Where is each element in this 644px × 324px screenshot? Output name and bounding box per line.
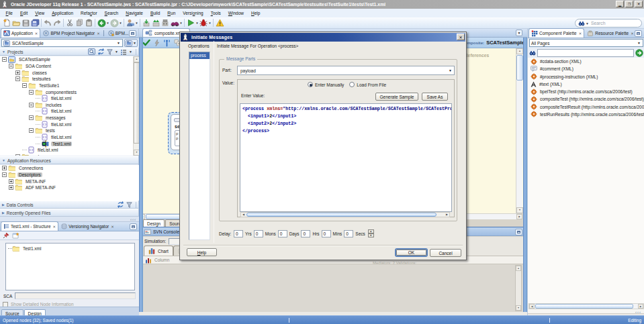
search-dropdown-icon[interactable]: ▼: [586, 21, 589, 25]
tree-expander-minus[interactable]: [9, 64, 13, 68]
deploy-icon[interactable]: [163, 39, 171, 47]
palette-item[interactable]: bpelTest (http://xmlns.oracle.com/sca/20…: [528, 88, 644, 95]
debug-composite-icon[interactable]: [154, 39, 160, 47]
profile-icon[interactable]: [170, 18, 179, 28]
debug-dropdown-icon[interactable]: ▼: [208, 18, 212, 28]
application-resources-collapse-icon[interactable]: ▼: [2, 158, 5, 162]
tree-item[interactable]: Connections: [0, 165, 139, 172]
tree-item[interactable]: fileList.xml: [0, 95, 139, 102]
scroll-down-icon[interactable]: ▼: [516, 305, 521, 311]
run-icon[interactable]: [186, 18, 195, 28]
warning-icon[interactable]: [215, 18, 224, 28]
recently-opened-expand-icon[interactable]: ▶: [2, 211, 5, 215]
value-code-editor[interactable]: <process xmlns="http://xmlns.oracle.com/…: [240, 103, 452, 212]
navigator-menu-button[interactable]: [129, 30, 136, 37]
dialog-titlebar[interactable]: Initiate Messages: [181, 33, 465, 42]
back-icon[interactable]: [97, 18, 106, 28]
delay-input[interactable]: 0: [344, 230, 353, 237]
data-controls-filter-icon[interactable]: [126, 202, 132, 208]
search-box[interactable]: ▼ Search: [575, 19, 642, 28]
tree-expander-minus[interactable]: [29, 128, 34, 133]
application-resources-header[interactable]: ▼ Application Resources: [0, 156, 138, 164]
delay-input[interactable]: 0: [254, 230, 263, 237]
tree-item[interactable]: fileList.xml: [0, 121, 139, 127]
tree-item[interactable]: SOA Content: [0, 63, 139, 70]
data-controls-expand-icon[interactable]: ▶: [2, 203, 5, 207]
save-icon[interactable]: [21, 18, 30, 28]
delay-spinner[interactable]: ▲▼: [368, 229, 374, 237]
palette-item[interactable]: #cdata-section (XML): [528, 58, 644, 65]
scroll-up-icon[interactable]: ▲: [516, 48, 523, 54]
scroll-down-icon[interactable]: ▼: [516, 207, 523, 213]
tree-expander-minus[interactable]: [15, 154, 20, 156]
tree-item[interactable]: fileList.xml: [0, 108, 139, 115]
tab-close-icon[interactable]: ✕: [111, 225, 114, 229]
radio-icon[interactable]: [349, 82, 355, 87]
profile-dropdown-icon[interactable]: ▼: [179, 18, 183, 28]
navigator-tab[interactable]: BPM Project Navigator✕: [41, 29, 101, 38]
canvas-vscrollbar[interactable]: ▲ ▼: [516, 48, 522, 213]
load-from-file-radio[interactable]: Load From File: [349, 82, 386, 87]
generate-sample-button[interactable]: Generate Sample: [375, 93, 418, 101]
menu-item[interactable]: File: [2, 9, 17, 17]
data-controls-header[interactable]: ▶ Data Controls: [0, 201, 138, 209]
projects-find-icon[interactable]: [88, 48, 95, 55]
restore-button[interactable]: ❐: [625, 1, 633, 7]
application-split-button[interactable]: ▼: [124, 39, 138, 47]
tree-item[interactable]: tests: [0, 127, 139, 134]
rebuild-icon[interactable]: [151, 18, 160, 28]
recently-opened-files-header[interactable]: ▶ Recently Opened Files: [0, 209, 138, 217]
close-button[interactable]: ✕: [635, 1, 643, 7]
minimize-button[interactable]: ▁: [616, 1, 624, 7]
structure-root-item[interactable]: Test1.xml: [6, 246, 134, 252]
menu-item[interactable]: Run: [164, 9, 179, 17]
tree-item[interactable]: componenttests: [0, 89, 139, 95]
chart-tab[interactable]: Chart: [144, 246, 173, 256]
tree-item[interactable]: xsd: [0, 154, 139, 156]
projects-settings-icon[interactable]: [120, 49, 127, 55]
application-selector[interactable]: SCATestSample ▼: [1, 39, 123, 47]
tree-item[interactable]: SCATestSample: [0, 56, 139, 63]
palette-item[interactable]: #text (XML): [528, 80, 644, 88]
tree-item[interactable]: testsuites: [0, 76, 139, 83]
projects-collapse-icon[interactable]: ▼: [2, 50, 5, 54]
editor-view-tab[interactable]: Design: [143, 219, 165, 227]
radio-icon[interactable]: [308, 82, 313, 87]
palette-search-go-icon[interactable]: [635, 49, 643, 57]
navigator-tab[interactable]: Application✕: [1, 28, 40, 38]
menu-item[interactable]: Window: [224, 9, 247, 17]
tree-expander-minus[interactable]: [2, 57, 7, 62]
tree-item[interactable]: META-INF: [0, 178, 139, 184]
tree-expander-plus[interactable]: [9, 185, 13, 190]
tree-item[interactable]: fileList.xml: [0, 147, 139, 154]
redo-icon[interactable]: [52, 18, 62, 28]
pin-icon[interactable]: [3, 232, 9, 239]
scroll-right-icon[interactable]: ▶: [445, 213, 449, 217]
delay-input[interactable]: 0: [301, 230, 310, 237]
menu-item[interactable]: Build: [146, 9, 163, 17]
tree-expander-minus[interactable]: [29, 115, 34, 120]
part-combo-arrow-icon[interactable]: ▼: [449, 68, 452, 72]
deploy-icon[interactable]: [142, 18, 151, 28]
validate-icon[interactable]: [142, 39, 150, 46]
paste-icon[interactable]: [84, 18, 93, 28]
tree-expander-plus[interactable]: [15, 70, 20, 75]
scroll-right-icon[interactable]: ▶: [516, 214, 522, 219]
save-as-button[interactable]: Save As: [422, 93, 448, 101]
help-button[interactable]: Help: [187, 248, 217, 256]
copy-icon[interactable]: [75, 18, 84, 28]
menu-item[interactable]: Help: [247, 9, 263, 17]
tree-item[interactable]: ADF META-INF: [0, 184, 139, 191]
user-icon[interactable]: SVN: [126, 18, 135, 28]
data-controls-refresh-icon[interactable]: [117, 201, 124, 208]
forward-dropdown-icon[interactable]: ▼: [119, 18, 122, 28]
scroll-up-icon[interactable]: ▲: [516, 266, 521, 271]
window-titlebar[interactable]: Oracle JDeveloper 11g Release 1 - SCATes…: [0, 0, 644, 9]
tab-close-icon[interactable]: ✕: [97, 32, 100, 36]
projects-settings-caret[interactable]: ▼: [129, 50, 132, 54]
palette-tab[interactable]: Component Palette✕: [528, 28, 584, 38]
palette-item[interactable]: #processing-instruction (XML): [528, 73, 644, 80]
structure-tab[interactable]: Test1.xml - Structure✕: [1, 221, 58, 231]
scroll-down-icon[interactable]: ▼: [134, 150, 139, 156]
palette-item[interactable]: compositeTest (http://xmlns.oracle.com/s…: [528, 95, 644, 103]
